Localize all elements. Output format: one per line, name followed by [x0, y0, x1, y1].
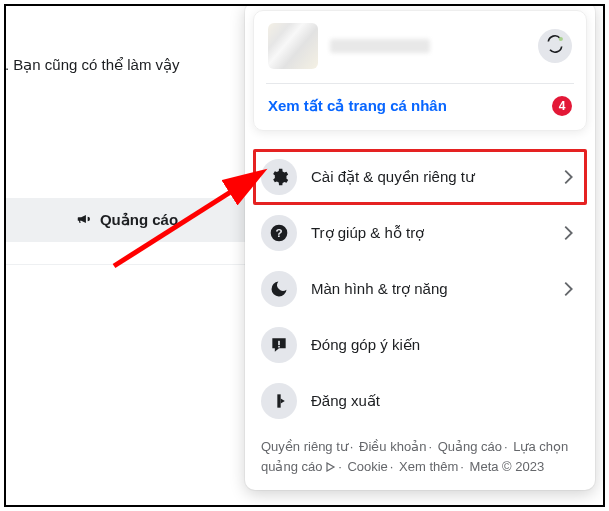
menu-label: Đăng xuất [311, 392, 579, 410]
feedback-icon [261, 327, 297, 363]
ads-button-label: Quảng cáo [100, 211, 178, 229]
menu-label: Trợ giúp & hỗ trợ [311, 224, 543, 242]
moon-icon [261, 271, 297, 307]
menu-list: Cài đặt & quyền riêng tư ? Trợ giúp & hỗ… [253, 149, 587, 429]
menu-item-feedback[interactable]: Đóng góp ý kiến [253, 317, 587, 373]
background-instruction-text: rang mới. Bạn cũng có thể làm vậy [4, 56, 180, 74]
menu-item-display[interactable]: Màn hình & trợ năng [253, 261, 587, 317]
background-divider [6, 264, 246, 265]
account-menu-panel: Xem tất cả trang cá nhân 4 Cài đặt & quy… [245, 4, 595, 490]
profile-name-blurred [330, 39, 430, 53]
menu-label: Đóng góp ý kiến [311, 336, 579, 354]
see-all-profiles-label: Xem tất cả trang cá nhân [268, 97, 447, 115]
menu-item-settings[interactable]: Cài đặt & quyền riêng tư [253, 149, 587, 205]
ads-button[interactable]: Quảng cáo [6, 198, 246, 242]
menu-label: Màn hình & trợ năng [311, 280, 543, 298]
switch-profile-button[interactable] [538, 29, 572, 63]
bullhorn-icon [74, 212, 92, 229]
profile-row[interactable] [268, 23, 572, 83]
menu-item-logout[interactable]: Đăng xuất [253, 373, 587, 429]
profile-card: Xem tất cả trang cá nhân 4 [253, 10, 587, 131]
avatar [268, 23, 318, 69]
svg-rect-4 [278, 341, 280, 345]
adchoices-icon [326, 458, 336, 468]
footer-more[interactable]: Xem thêm [399, 459, 458, 474]
footer-links: Quyền riêng tư· Điều khoản· Quảng cáo· L… [253, 429, 587, 482]
footer-terms[interactable]: Điều khoản [359, 439, 426, 454]
chevron-right-icon [557, 278, 579, 300]
swap-icon [545, 34, 565, 58]
svg-text:?: ? [275, 226, 282, 239]
svg-point-1 [559, 37, 563, 41]
logout-icon [261, 383, 297, 419]
svg-rect-5 [278, 346, 280, 348]
see-all-profiles-link[interactable]: Xem tất cả trang cá nhân 4 [268, 84, 572, 116]
notification-badge: 4 [552, 96, 572, 116]
footer-meta: Meta © 2023 [470, 459, 545, 474]
gear-icon [261, 159, 297, 195]
footer-cookie[interactable]: Cookie [347, 459, 387, 474]
chevron-right-icon [557, 222, 579, 244]
menu-item-help[interactable]: ? Trợ giúp & hỗ trợ [253, 205, 587, 261]
footer-ads[interactable]: Quảng cáo [438, 439, 502, 454]
question-icon: ? [261, 215, 297, 251]
chevron-right-icon [557, 166, 579, 188]
menu-label: Cài đặt & quyền riêng tư [311, 168, 543, 186]
footer-privacy[interactable]: Quyền riêng tư [261, 439, 348, 454]
